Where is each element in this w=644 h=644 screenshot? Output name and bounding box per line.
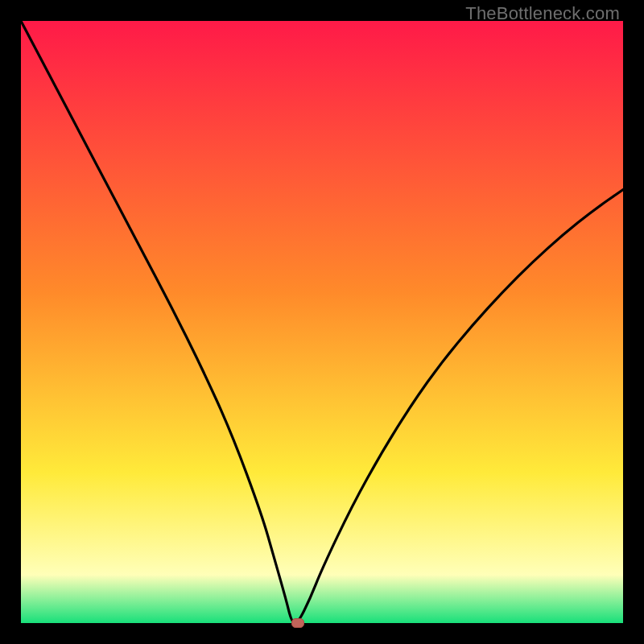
bottleneck-curve bbox=[21, 21, 623, 623]
optimal-point-marker bbox=[291, 618, 304, 628]
plot-area bbox=[21, 21, 623, 623]
outer-black-frame: TheBottleneck.com bbox=[0, 0, 644, 644]
